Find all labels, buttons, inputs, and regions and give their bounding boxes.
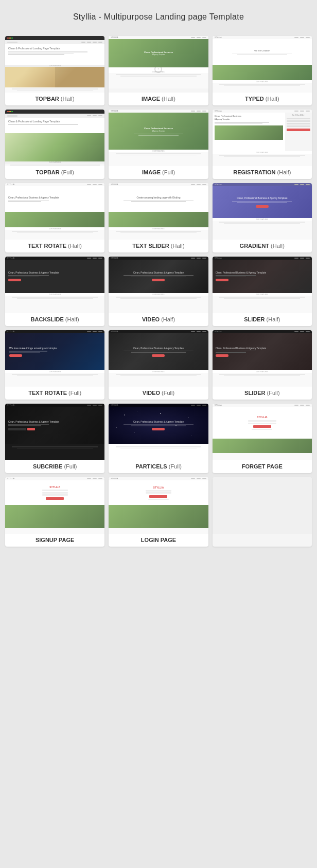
card-label-topbar-half: TOPBAR (Half)	[5, 93, 104, 105]
card-text-slider-half[interactable]: STYLLIA Create amazing landing page with…	[109, 183, 208, 252]
card-text-rotate-full[interactable]: STYLLIA We love make things amazing and …	[5, 330, 104, 400]
card-video-half[interactable]: STYLLIA Clean, Professional Business & A…	[109, 257, 208, 326]
card-label-image-half: IMAGE (Half)	[109, 93, 208, 105]
card-label-slider-half: SLIDER (Half)	[213, 313, 312, 326]
card-label-slider-full: SLIDER (Full)	[213, 387, 312, 400]
card-label-topbar-full: TOPBAR (Full)	[5, 166, 104, 179]
card-label-image-full: IMAGE (Full)	[109, 166, 208, 179]
card-image-half[interactable]: STYLLIA Clean, Professional Business & A…	[109, 36, 208, 105]
card-video-full[interactable]: STYLLIA Clean, Professional Business & A…	[109, 330, 208, 400]
card-slider-half[interactable]: STYLLIA Clean, Professional Business & A…	[213, 257, 312, 326]
card-gradient-half[interactable]: STYLLIA Clean, Professional Business & A…	[213, 183, 312, 252]
card-label-empty	[213, 534, 312, 540]
page-title: Styllia - Multipurpose Landing page Temp…	[0, 0, 317, 32]
card-forget-page[interactable]: STYLLIA STYLLIA FORGET PAGE	[213, 404, 312, 473]
card-label-text-slider-half: TEXT SLIDER (Half)	[109, 240, 208, 252]
card-particles-full[interactable]: STYLLIA	[109, 404, 208, 473]
card-image-full[interactable]: STYLLIA Clean, Professional Business & A…	[109, 110, 208, 179]
card-label-particles-full: PARTICELS (Full)	[109, 460, 208, 473]
card-label-backslide-half: BACKSLIDE (Half)	[5, 313, 104, 326]
card-label-video-full: VIDEO (Full)	[109, 387, 208, 400]
card-empty	[213, 477, 312, 547]
card-typed-half[interactable]: STYLLIA We are Creative! OUR FEATURES	[213, 36, 312, 105]
card-label-text-rotate-full: TEXT ROTATE (Full)	[5, 387, 104, 400]
card-label-login-page: LOGIN PAGE	[109, 534, 208, 547]
card-label-registration-half: REGISTRATION (Half)	[213, 166, 312, 179]
card-topbar-full[interactable]: Clean & Professional Landing Page Templa…	[5, 110, 104, 179]
card-label-video-half: VIDEO (Half)	[109, 313, 208, 326]
card-label-signup-page: SIGNUP PAGE	[5, 534, 104, 547]
card-backslide-half[interactable]: STYLLIA Clean, Professional Business & A…	[5, 257, 104, 326]
card-label-subscribe-full: SUBCRIBE (Full)	[5, 460, 104, 473]
card-label-gradient-half: GRADIENT (Half)	[213, 240, 312, 252]
card-topbar-half[interactable]: Clean & Professional Landing Page Templa…	[5, 36, 104, 105]
template-grid: Clean & Professional Landing Page Templa…	[0, 32, 317, 557]
card-slider-full[interactable]: STYLLIA Clean, Professional Business & A…	[213, 330, 312, 400]
card-signup-page[interactable]: STYLLIA STYLLIA SIGNUP PAGE	[5, 477, 104, 547]
card-registration-half[interactable]: STYLLIA Clean, Professional Business & A…	[213, 110, 312, 179]
card-label-forget-page: FORGET PAGE	[213, 460, 312, 473]
card-login-page[interactable]: STYLLIA STYLLIA LOGIN PAGE	[109, 477, 208, 547]
card-label-typed-half: TYPED (Half)	[213, 93, 312, 105]
card-subscribe-full[interactable]: STYLLIA Clean, Professional Business & A…	[5, 404, 104, 473]
card-text-rotate-half[interactable]: STYLLIA Clean, Professional Business & A…	[5, 183, 104, 252]
card-label-text-rotate-half: TEXT ROTATE (Half)	[5, 240, 104, 252]
